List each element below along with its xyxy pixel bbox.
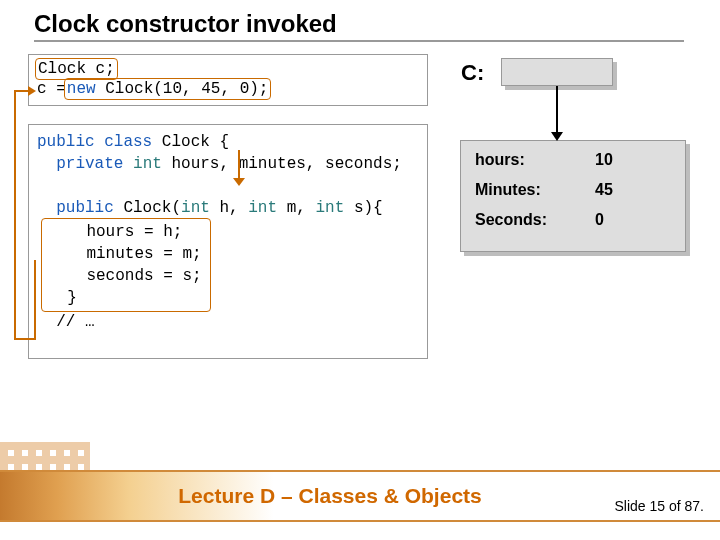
highlight-box: hours = h; minutes = m; seconds = s; } — [41, 218, 211, 312]
footer-title: Lecture D – Classes & Objects — [178, 484, 481, 508]
arrow-head-icon — [28, 86, 36, 96]
code-text: hours, minutes, seconds; — [162, 155, 402, 173]
field-value: 0 — [595, 211, 604, 229]
keyword: class — [95, 133, 153, 151]
object-field-seconds: Seconds: 0 — [475, 211, 671, 229]
code-text: } — [48, 289, 77, 307]
keyword: int — [181, 199, 210, 217]
code-text: m, — [277, 199, 315, 217]
arrow-segment — [34, 260, 36, 340]
code-text: seconds = s; — [48, 267, 202, 285]
code-text: Clock { — [152, 133, 229, 151]
variable-c-box — [501, 58, 613, 86]
code-snippet-2: public class Clock { private int hours, … — [28, 124, 428, 359]
keyword: int — [123, 155, 161, 173]
field-label: Seconds: — [475, 211, 595, 229]
keyword: public — [37, 199, 114, 217]
slide-number: Slide 15 of 87. — [614, 498, 704, 514]
field-label: Minutes: — [475, 181, 595, 199]
object-field-hours: hours: 10 — [475, 151, 671, 169]
keyword: public — [37, 133, 95, 151]
keyword: int — [248, 199, 277, 217]
arrow-segment — [14, 90, 16, 340]
field-label: hours: — [475, 151, 595, 169]
slide-title: Clock constructor invoked — [34, 10, 684, 42]
code-snippet-1: Clock c; c = new Clock(10, 45, 0); — [28, 54, 428, 106]
code-text: s){ — [344, 199, 382, 217]
object-field-minutes: Minutes: 45 — [475, 181, 671, 199]
arrow-segment — [14, 338, 36, 340]
keyword: private — [37, 155, 123, 173]
variable-c-label: C: — [461, 60, 484, 86]
keyword: new — [67, 80, 96, 98]
code-text: // … — [37, 313, 95, 331]
code-text: Clock(10, 45, 0); — [96, 80, 269, 98]
field-value: 45 — [595, 181, 613, 199]
footer-banner: Lecture D – Classes & Objects — [0, 470, 720, 522]
object-box: hours: 10 Minutes: 45 Seconds: 0 — [460, 140, 686, 252]
code-text: Clock( — [114, 199, 181, 217]
highlight-box: Clock c; — [35, 58, 118, 80]
code-text: c = — [37, 80, 66, 98]
code-text: h, — [210, 199, 248, 217]
keyword: int — [315, 199, 344, 217]
highlight-box: new Clock(10, 45, 0); — [64, 78, 272, 100]
arrow-head-icon — [233, 178, 245, 186]
code-text: minutes = m; — [48, 245, 202, 263]
arrow-reference — [556, 86, 558, 134]
code-text: hours = h; — [48, 223, 182, 241]
field-value: 10 — [595, 151, 613, 169]
arrow-invoke — [238, 150, 240, 180]
arrow-head-icon — [551, 132, 563, 141]
